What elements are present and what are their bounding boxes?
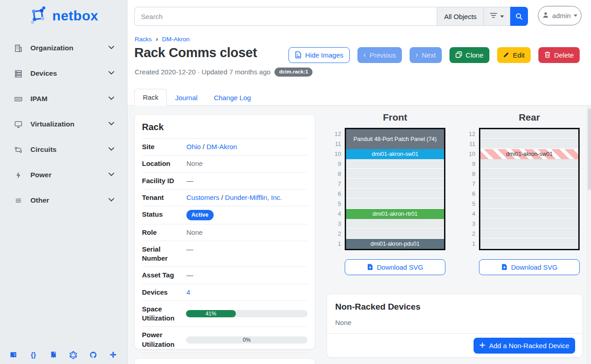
server-icon [14,69,23,78]
rack-unit-empty[interactable] [480,159,578,169]
rack-unit-empty[interactable] [480,179,578,189]
search-input[interactable] [134,7,437,26]
page-header: All Objects admin Racks › DM-Akron Rack … [127,0,591,106]
rack-device[interactable]: dmi01-akron-sw01 [480,149,578,159]
sidebar-item-label: Organization [30,44,73,52]
search-submit-button[interactable] [510,7,528,26]
sidebar-item-circuits[interactable]: Circuits [0,137,127,162]
delete-button[interactable]: Delete [538,47,580,63]
edit-button[interactable]: Edit [497,47,531,63]
path-separator: / [203,143,205,150]
tab-rack[interactable]: Rack [134,89,167,106]
chevron-down-icon [107,44,115,53]
delete-label: Delete [554,52,574,58]
rack-unit-empty[interactable] [480,199,578,209]
sidebar-nav: Organization Devices IPAM [0,35,127,213]
netbox-logo-icon [29,5,48,26]
graphql-icon[interactable] [69,351,77,359]
rack-unit-empty[interactable] [480,129,578,139]
image-file-icon [295,51,302,59]
row-label: Power Utilization [142,330,186,349]
next-card-edge [134,358,315,364]
tenant-link[interactable]: Dunder-Mifflin, Inc. [225,194,282,201]
sidebar-item-other[interactable]: Other [0,188,127,213]
copy-icon [455,51,462,59]
unit-number: 3 [332,219,341,229]
rack-unit-empty[interactable] [346,199,444,209]
scrollbar[interactable] [587,106,591,364]
devices-count-link[interactable]: 4 [186,288,190,296]
site-region-link[interactable]: Ohio [186,143,201,150]
unit-number: 12 [332,129,341,139]
sidebar-item-ipam[interactable]: IPAM [0,86,127,112]
rear-elevation-title: Rear [479,112,580,123]
hide-images-button[interactable]: Hide Images [288,47,350,63]
community-icon[interactable] [109,351,117,359]
user-menu-button[interactable]: admin [538,6,581,25]
rack-unit-empty[interactable] [480,229,578,239]
rear-download-svg-button[interactable]: Download SVG [479,259,580,275]
unit-number: 8 [466,169,475,179]
rack-unit-empty[interactable] [346,179,444,189]
rack-unit-empty[interactable] [480,239,578,249]
unit-number: 11 [466,139,475,149]
rack-unit-empty[interactable] [480,189,578,199]
rack-unit-empty[interactable] [346,159,444,169]
site-link[interactable]: DM-Akron [206,143,237,150]
chevron-down-icon [107,120,115,129]
github-icon[interactable] [89,351,97,359]
tenant-group-link[interactable]: Customers [186,194,220,201]
rack-unit-empty[interactable] [480,139,578,149]
chevron-down-icon [107,94,115,104]
sidebar-item-devices[interactable]: Devices [0,61,127,86]
power-utilization-value: 0% [186,336,308,344]
hide-images-label: Hide Images [305,52,343,58]
docs-book-icon[interactable] [10,351,17,359]
lightning-icon [14,170,23,180]
non-racked-footer: Add a Non-Racked Device [327,333,582,358]
rack-device[interactable]: dmi01-akron-sw01 [346,149,444,159]
clone-button[interactable]: Clone [449,47,489,63]
rack-unit-empty[interactable] [346,169,444,179]
tab-journal[interactable]: Journal [167,90,205,106]
breadcrumb-link-site[interactable]: DM-Akron [162,36,190,43]
status-badge: Active [186,210,214,220]
row-label: Status [142,210,186,219]
breadcrumb-link-racks[interactable]: Racks [135,36,152,43]
sidebar-item-organization[interactable]: Organization [0,35,127,61]
rack-device[interactable]: dmi01-akron-rtr01 [346,209,444,219]
api-braces-icon[interactable]: {} [29,351,37,359]
chevron-down-icon [107,145,115,155]
path-separator: / [221,194,223,201]
search-icon [515,13,523,20]
rack-unit-empty[interactable] [480,209,578,219]
scrollbar-thumb[interactable] [588,108,591,190]
rack-unit-empty[interactable] [346,189,444,199]
sidebar-item-virtualization[interactable]: Virtualization [0,112,127,137]
tab-change-log[interactable]: Change Log [205,90,259,106]
add-non-racked-label: Add a Non-Racked Device [489,342,569,349]
rack-info-table: Site Ohio / DM-Akron Location None Facil… [142,138,308,353]
search-scope-button[interactable]: All Objects [437,7,484,26]
next-label: Next [422,52,436,58]
rack-unit-empty[interactable] [480,169,578,179]
search-filter-button[interactable] [484,7,510,26]
rack-device[interactable]: Panduit 48-Port Patch Panel (74) [346,129,444,149]
sidebar-item-power[interactable]: Power [0,162,127,188]
unit-number: 5 [466,199,475,209]
unit-number: 1 [332,239,341,249]
release-notes-icon[interactable] [49,351,57,359]
rack-unit-empty[interactable] [480,219,578,229]
next-button[interactable]: › Next [410,47,442,63]
rack-unit-empty[interactable] [346,219,444,229]
add-non-racked-device-button[interactable]: Add a Non-Racked Device [474,338,575,354]
row-space-utilization: Space Utilization 41% [142,301,308,327]
netbox-logo[interactable]: netbox [0,5,127,26]
front-rack-diagram: Panduit 48-Port Patch Panel (74)dmi01-ak… [345,128,445,250]
rack-unit-empty[interactable] [346,229,444,239]
previous-button[interactable]: ‹ Previous [357,47,402,63]
chevron-down-icon [107,170,115,180]
rack-device[interactable]: dmi01-akron-pdu01 [346,239,444,249]
front-download-svg-button[interactable]: Download SVG [345,259,445,275]
chevron-left-icon: ‹ [363,51,366,58]
